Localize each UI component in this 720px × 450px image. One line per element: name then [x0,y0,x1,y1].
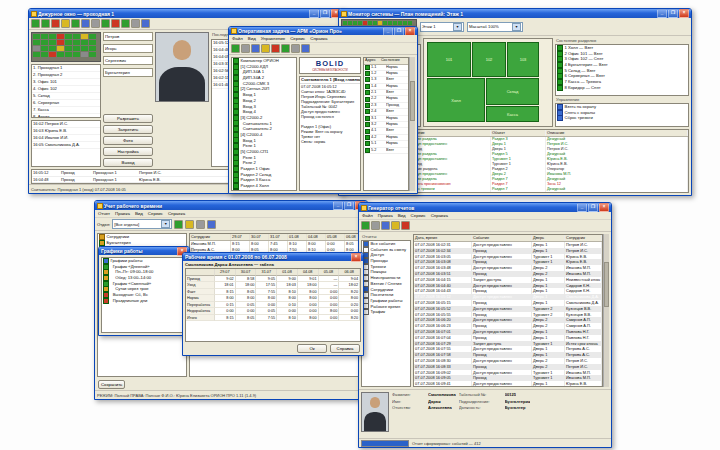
zone-state-cell[interactable] [49,40,56,45]
action-button[interactable]: Запретить [103,125,153,134]
zone-state-cell[interactable] [81,52,88,57]
titlebar[interactable]: Учет рабочего времени _ ❐ × [95,201,367,210]
zone-state-cell[interactable] [89,34,96,39]
list-item[interactable]: 1. Проходная 1 [32,65,100,72]
zone-state-cell[interactable] [33,46,40,51]
toolbar-button-icon[interactable] [271,44,280,53]
vertical-scrollbar[interactable] [603,234,609,387]
partition-state-cell[interactable] [403,21,407,25]
plan-room[interactable]: 101 [427,42,471,77]
tree-item[interactable]: Раздел 5 Серверная [232,189,296,191]
menu-item[interactable]: Вид [248,36,256,41]
partition-state-cell[interactable] [348,21,352,25]
dialog-button[interactable]: Ок [297,344,327,353]
column-header[interactable]: Дверь [532,235,565,241]
menu-item[interactable]: Сервис [148,211,163,216]
column-header[interactable]: Сотрудник [565,235,602,241]
close-button[interactable]: × [679,9,689,18]
zone-state-cell[interactable] [73,52,80,57]
zone-state-cell[interactable] [65,34,72,39]
zone-state-cell[interactable] [65,40,72,45]
menu-item[interactable]: Файл [232,36,243,41]
maximize-button[interactable]: ❐ [588,203,598,212]
partition-state-cell[interactable] [363,21,367,25]
toolbar-button-icon[interactable] [111,19,120,28]
zone-state-cell[interactable] [49,52,56,57]
tree-item[interactable]: Праздничные дни [102,298,186,304]
zone-state-cell[interactable] [57,40,64,45]
zone-state-cell[interactable] [73,46,80,51]
toolbar-button-icon[interactable] [401,221,410,230]
menu-item[interactable]: Вид [135,211,143,216]
zone-state-cell[interactable] [73,34,80,39]
toolbar-button-icon[interactable] [301,44,310,53]
menu-item[interactable]: Справка [168,211,185,216]
titlebar[interactable]: Оперативная задача — АРМ «Орион Про» _ ❐… [229,27,417,35]
toolbar-button-icon[interactable] [174,220,183,229]
toolbar-button-icon[interactable] [71,19,80,28]
menu-item[interactable]: Сервис [411,213,426,218]
action-button[interactable]: Разрешить [103,114,153,123]
column-header[interactable]: 31.07 [269,234,288,240]
control-item[interactable]: Сброс тревоги [556,115,688,121]
column-header[interactable]: Объект [491,130,546,136]
list-item[interactable]: 8. Архив [32,114,100,118]
menu-item[interactable]: Управление [261,36,285,41]
menu-item[interactable]: Файл [362,213,373,218]
column-header[interactable]: 01.08 [288,234,307,240]
maximize-button[interactable]: ❐ [344,201,354,210]
toolbar-button-icon[interactable] [121,19,130,28]
titlebar[interactable]: Рабочее время с 01.07.2008 по 06.07.2008… [183,253,363,261]
zone-state-cell[interactable] [73,40,80,45]
toolbar-button-icon[interactable] [381,221,390,230]
titlebar[interactable]: Графики работы × [99,247,189,255]
toolbar-button-icon[interactable] [101,19,110,28]
minimize-button[interactable]: _ [333,201,343,210]
partition-state-cell[interactable] [353,21,357,25]
toolbar-button-icon[interactable] [241,44,250,53]
partition-state-cell[interactable] [343,21,347,25]
toolbar-button-icon[interactable] [81,19,90,28]
maximize-button[interactable]: ❐ [320,9,330,18]
partition-state-cell[interactable] [378,21,382,25]
partition-state-cell[interactable] [368,21,372,25]
plan-room[interactable]: Касса [486,106,539,122]
zone-state-cell[interactable] [57,34,64,39]
titlebar[interactable]: Монитор системы — План помещений: Этаж 1… [339,9,691,18]
list-item[interactable]: 6. Серверная [32,100,100,107]
zone-state-cell[interactable] [41,46,48,51]
plan-room[interactable]: 102 [472,42,506,77]
toolbar-button-icon[interactable] [41,19,50,28]
zone-state-cell[interactable] [89,52,96,57]
toolbar-button-icon[interactable] [207,220,216,229]
toolbar-button-icon[interactable] [371,221,380,230]
list-item[interactable]: 4. Офис 102 [32,86,100,93]
partition-state-cell[interactable] [373,21,377,25]
partition-state-cell[interactable] [398,21,402,25]
partition-state-cell[interactable] [388,21,392,25]
column-header[interactable]: 04.08 [307,234,326,240]
column-header[interactable]: Дата, время [414,235,472,241]
toolbar-button-icon[interactable] [141,19,150,28]
zoom-select[interactable]: Масштаб 100% ▾ [467,22,523,32]
zone-state-cell[interactable] [49,46,56,51]
column-header[interactable]: Состояние [381,58,400,64]
zone-state-cell[interactable] [33,40,40,45]
list-item[interactable]: 16:02 Петров И.С. [32,121,100,128]
column-header[interactable]: 29.07 [231,234,250,240]
zone-state-cell[interactable] [41,40,48,45]
zone-state-cell[interactable] [57,46,64,51]
action-button[interactable]: Выход [103,158,153,167]
menu-item[interactable]: Отчет [98,211,110,216]
partition-state-cell[interactable] [358,21,362,25]
vertical-scrollbar[interactable] [409,57,415,191]
zone-state-cell[interactable] [33,52,40,57]
toolbar-button-icon[interactable] [185,220,194,229]
zone-state-cell[interactable] [65,46,72,51]
list-item[interactable]: 7. Касса [32,107,100,114]
partition-state-cell[interactable] [408,21,412,25]
column-header[interactable]: Описание [546,130,688,136]
toolbar-button-icon[interactable] [196,220,205,229]
zone-state-cell[interactable] [41,52,48,57]
toolbar-button-icon[interactable] [131,19,140,28]
